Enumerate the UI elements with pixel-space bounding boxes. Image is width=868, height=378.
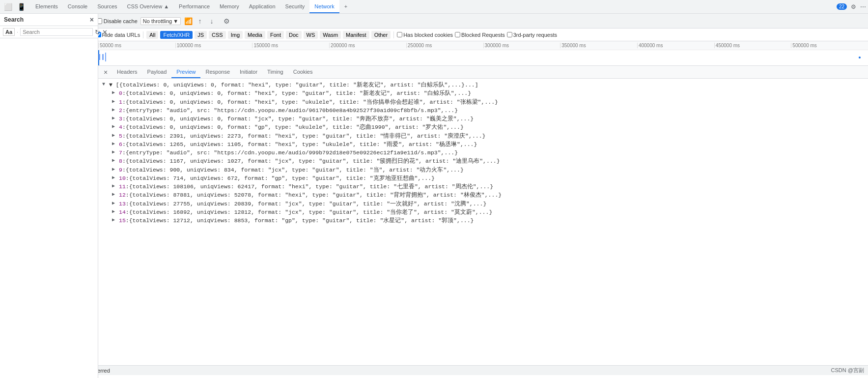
- json-entry-10: ▶10: {totalViews: 714, uniqViews: 672, f…: [102, 174, 864, 182]
- detail-tab-headers[interactable]: Headers: [112, 66, 142, 78]
- json-entry-4: ▶4: {totalViews: 0, uniqViews: 0, format…: [102, 123, 864, 131]
- badge-count: 22: [837, 3, 847, 10]
- tick-8: 450000 ms: [714, 43, 791, 48]
- json-entry-9: ▶9: {totalViews: 900, uniqViews: 834, fo…: [102, 166, 864, 174]
- expand-entry-btn[interactable]: ▶: [112, 148, 118, 156]
- aa-btn[interactable]: Aa: [3, 28, 15, 36]
- filter-fetch-xhr-btn[interactable]: Fetch/XHR: [160, 31, 193, 39]
- third-party-label[interactable]: 3rd-party requests: [507, 32, 557, 38]
- json-entry-14: ▶14: {totalViews: 16892, uniqViews: 1281…: [102, 208, 864, 216]
- filter-media-btn[interactable]: Media: [245, 31, 265, 39]
- download-icon[interactable]: ↓: [207, 17, 216, 26]
- tab-console[interactable]: Console: [63, 0, 92, 13]
- json-entry-13: ▶13: {totalViews: 27755, uniqViews: 2083…: [102, 200, 864, 208]
- detail-tab-payload[interactable]: Payload: [142, 66, 172, 78]
- toolbar-settings-icon[interactable]: ⚙: [222, 17, 231, 26]
- tick-0: 50000 ms: [98, 43, 175, 48]
- tick-2: 150000 ms: [252, 43, 329, 48]
- json-entry-11: ▶11: {totalViews: 108106, uniqViews: 624…: [102, 182, 864, 191]
- json-entry-5: ▶5: {totalViews: 2391, uniqViews: 2273, …: [102, 132, 864, 140]
- expand-root-btn[interactable]: ▼: [102, 81, 108, 88]
- search-input-row: Aa · ↻ ✕: [0, 26, 98, 38]
- blocked-requests-label[interactable]: Blocked Requests: [455, 32, 505, 38]
- svg-rect-0: [98, 54, 100, 60]
- expand-entry-btn[interactable]: ▶: [112, 89, 118, 96]
- detail-tab-cookies[interactable]: Cookies: [288, 66, 318, 78]
- disable-cache-label[interactable]: Disable cache: [96, 18, 138, 24]
- json-entry-15: ▶15: {totalViews: 12712, uniqViews: 8853…: [102, 216, 864, 225]
- detail-tab-initiator[interactable]: Initiator: [235, 66, 262, 78]
- filter-img-btn[interactable]: Img: [228, 31, 243, 39]
- search-refresh-icon[interactable]: ↻: [95, 29, 100, 36]
- filter-other-btn[interactable]: Other: [371, 31, 391, 39]
- expand-entry-btn[interactable]: ▶: [112, 123, 118, 130]
- upload-icon[interactable]: ↑: [196, 17, 204, 26]
- expand-entry-btn[interactable]: ▶: [112, 98, 118, 105]
- tab-security[interactable]: Security: [280, 0, 310, 13]
- filter-css-btn[interactable]: CSS: [209, 31, 226, 39]
- more-icon[interactable]: ⋯: [860, 3, 866, 10]
- tab-memory[interactable]: Memory: [215, 0, 244, 13]
- throttle-chevron: ▼: [173, 18, 178, 24]
- filter-font-btn[interactable]: Font: [267, 31, 284, 39]
- tick-5: 300000 ms: [483, 43, 560, 48]
- tick-1: 100000 ms: [175, 43, 252, 48]
- expand-entry-btn[interactable]: ▶: [112, 115, 118, 122]
- tick-6: 350000 ms: [560, 43, 637, 48]
- device-icon[interactable]: 📱: [15, 2, 28, 12]
- expand-entry-btn[interactable]: ▶: [112, 132, 118, 139]
- blocked-requests-checkbox[interactable]: [455, 32, 460, 37]
- filter-doc-btn[interactable]: Doc: [286, 31, 302, 39]
- settings-icon[interactable]: ⚙: [851, 3, 856, 10]
- tab-network[interactable]: Network: [309, 0, 339, 13]
- detail-close-btn[interactable]: ×: [101, 68, 110, 77]
- tab-application[interactable]: Application: [244, 0, 280, 13]
- expand-entry-btn[interactable]: ▶: [112, 208, 118, 215]
- timeline-chart[interactable]: [0, 50, 868, 65]
- search-close-btn[interactable]: ×: [90, 16, 94, 24]
- expand-entry-btn[interactable]: ▶: [112, 191, 118, 198]
- filter-ws-btn[interactable]: WS: [304, 31, 318, 39]
- tab-performance[interactable]: Performance: [174, 0, 215, 13]
- tab-sources[interactable]: Sources: [92, 0, 122, 13]
- filter-wasm-btn[interactable]: Wasm: [320, 31, 341, 39]
- expand-entry-btn[interactable]: ▶: [112, 166, 118, 173]
- search-text-input[interactable]: [20, 28, 93, 36]
- expand-entry-btn[interactable]: ▶: [112, 182, 118, 190]
- network-toolbar: ⏺ ⊘ ≡ 🔍 Preserve log Disable cache No th…: [0, 14, 868, 29]
- filter-js-btn[interactable]: JS: [195, 31, 207, 39]
- third-party-checkbox[interactable]: [507, 32, 512, 37]
- search-sidebar: Search × Aa · ↻ ✕: [0, 14, 98, 375]
- json-entry-1: ▶1: {totalViews: 0, uniqViews: 0, format…: [102, 98, 864, 106]
- detail-tab-timing[interactable]: Timing: [262, 66, 288, 78]
- filter-manifest-btn[interactable]: Manifest: [343, 31, 369, 39]
- tab-bar: ⬜ 📱 Elements Console Sources CSS Overvie…: [0, 0, 868, 14]
- status-watermark: CSDN @宫副: [831, 367, 864, 374]
- expand-entry-btn[interactable]: ▶: [112, 157, 118, 164]
- tick-4: 250000 ms: [406, 43, 483, 48]
- right-panel: × Headers Payload Preview Response Initi…: [98, 66, 868, 365]
- blocked-cookies-label[interactable]: Has blocked cookies: [397, 32, 453, 38]
- filter-all-btn[interactable]: All: [146, 31, 158, 39]
- throttle-select[interactable]: No throttling ▼: [140, 17, 181, 25]
- tick-7: 400000 ms: [637, 43, 714, 48]
- expand-entry-btn[interactable]: ▶: [112, 216, 118, 224]
- wifi-icon[interactable]: 📶: [184, 17, 193, 26]
- inspect-icon[interactable]: ⬜: [2, 2, 14, 12]
- tab-new[interactable]: +: [339, 0, 352, 13]
- expand-entry-btn[interactable]: ▶: [112, 174, 118, 181]
- devtools-icons: ⬜ 📱: [2, 2, 28, 12]
- search-clear-icon[interactable]: ✕: [102, 29, 108, 36]
- expand-entry-btn[interactable]: ▶: [112, 140, 118, 147]
- detail-tab-response[interactable]: Response: [200, 66, 235, 78]
- tab-css-overview[interactable]: CSS Overview ▲: [122, 0, 174, 13]
- expand-entry-btn[interactable]: ▶: [112, 200, 118, 207]
- detail-tab-preview[interactable]: Preview: [171, 66, 200, 78]
- dot-separator: ·: [17, 29, 18, 35]
- tab-elements[interactable]: Elements: [30, 0, 63, 13]
- search-header: Search ×: [0, 14, 98, 26]
- blocked-cookies-checkbox[interactable]: [397, 32, 402, 37]
- json-entry-3: ▶3: {totalViews: 0, uniqViews: 0, format…: [102, 115, 864, 123]
- json-content: ▼ ▼ [{totalViews: 0, uniqViews: 0, forma…: [98, 79, 868, 365]
- expand-entry-btn[interactable]: ▶: [112, 106, 118, 114]
